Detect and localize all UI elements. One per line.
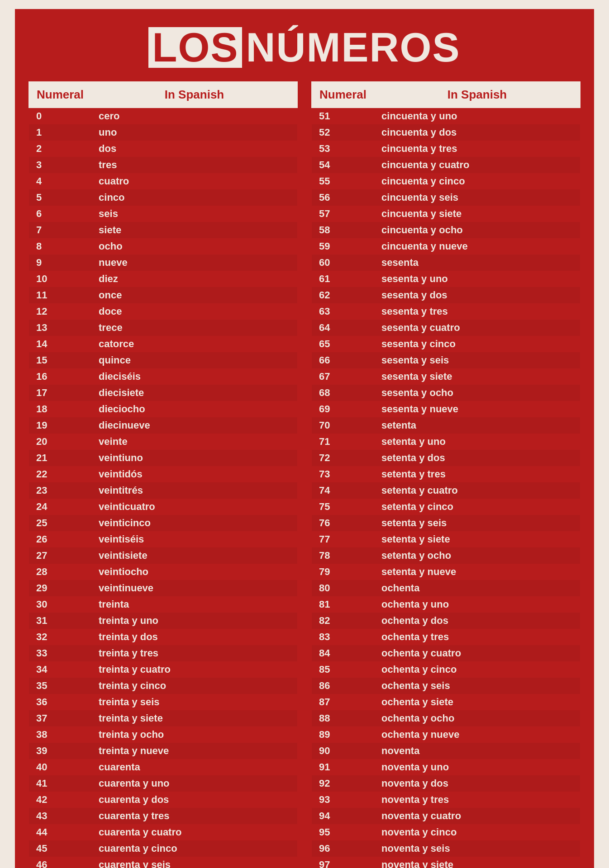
numeral-cell: 97 [312, 857, 374, 868]
title-numeros: NÚMEROS [246, 25, 460, 70]
numeral-cell: 44 [29, 824, 91, 840]
spanish-cell: setenta y ocho [374, 547, 580, 564]
spanish-cell: treinta [91, 596, 297, 613]
spanish-cell: cincuenta y dos [374, 124, 580, 141]
right-table-wrapper: Numeral In Spanish 51cincuenta y uno52ci… [311, 81, 580, 868]
table-row: 56cincuenta y seis [312, 189, 580, 206]
table-row: 31treinta y uno [29, 613, 297, 629]
spanish-cell: setenta y uno [374, 434, 580, 450]
numeral-cell: 67 [312, 368, 374, 385]
numeral-cell: 6 [29, 206, 91, 222]
spanish-cell: sesenta y cinco [374, 336, 580, 352]
right-table: Numeral In Spanish 51cincuenta y uno52ci… [311, 81, 580, 868]
table-row: 22veintidós [29, 466, 297, 482]
numeral-cell: 62 [312, 287, 374, 303]
table-row: 32treinta y dos [29, 629, 297, 645]
spanish-cell: noventa y siete [374, 857, 580, 868]
table-row: 83ochenta y tres [312, 629, 580, 645]
spanish-cell: noventa y cuatro [374, 808, 580, 824]
spanish-cell: veintiséis [91, 531, 297, 547]
page: LOSNÚMEROS Numeral In Spanish 0cero1uno2… [15, 9, 594, 868]
table-row: 74setenta y cuatro [312, 482, 580, 499]
table-row: 41cuarenta y uno [29, 775, 297, 792]
spanish-cell: setenta y siete [374, 531, 580, 547]
numeral-cell: 80 [312, 580, 374, 596]
table-row: 37treinta y siete [29, 710, 297, 726]
spanish-cell: setenta y cuatro [374, 482, 580, 499]
table-row: 58cincuenta y ocho [312, 222, 580, 238]
numeral-cell: 36 [29, 694, 91, 710]
numeral-cell: 10 [29, 271, 91, 287]
numeral-cell: 25 [29, 515, 91, 531]
table-row: 16dieciséis [29, 368, 297, 385]
numeral-cell: 61 [312, 271, 374, 287]
numeral-cell: 40 [29, 759, 91, 775]
spanish-cell: sesenta y nueve [374, 401, 580, 417]
spanish-cell: setenta y tres [374, 466, 580, 482]
spanish-cell: cincuenta y nueve [374, 238, 580, 255]
table-row: 44cuarenta y cuatro [29, 824, 297, 840]
numeral-cell: 56 [312, 189, 374, 206]
table-row: 39treinta y nueve [29, 743, 297, 759]
spanish-cell: treinta y siete [91, 710, 297, 726]
numeral-cell: 51 [312, 108, 374, 124]
table-row: 23veintitrés [29, 482, 297, 499]
spanish-cell: noventa y cinco [374, 824, 580, 840]
spanish-cell: treinta y uno [91, 613, 297, 629]
numeral-cell: 27 [29, 547, 91, 564]
spanish-cell: veinticuatro [91, 499, 297, 515]
spanish-cell: cuarenta y tres [91, 808, 297, 824]
spanish-cell: veintiuno [91, 450, 297, 466]
table-row: 97noventa y siete [312, 857, 580, 868]
spanish-cell: ocho [91, 238, 297, 255]
table-row: 33treinta y tres [29, 645, 297, 661]
table-row: 60sesenta [312, 255, 580, 271]
numeral-cell: 38 [29, 726, 91, 743]
spanish-cell: ochenta y dos [374, 613, 580, 629]
spanish-cell: cincuenta y cinco [374, 173, 580, 189]
table-row: 82ochenta y dos [312, 613, 580, 629]
numeral-cell: 31 [29, 613, 91, 629]
spanish-cell: cincuenta y ocho [374, 222, 580, 238]
table-row: 8ocho [29, 238, 297, 255]
table-row: 26veintiséis [29, 531, 297, 547]
table-row: 73setenta y tres [312, 466, 580, 482]
spanish-cell: setenta y nueve [374, 564, 580, 580]
spanish-cell: veintinueve [91, 580, 297, 596]
table-row: 15quince [29, 352, 297, 368]
numeral-cell: 2 [29, 141, 91, 157]
numeral-cell: 57 [312, 206, 374, 222]
numeral-cell: 26 [29, 531, 91, 547]
spanish-cell: sesenta y ocho [374, 385, 580, 401]
numeral-cell: 76 [312, 515, 374, 531]
table-row: 20veinte [29, 434, 297, 450]
spanish-cell: doce [91, 303, 297, 320]
table-row: 68sesenta y ocho [312, 385, 580, 401]
spanish-cell: cuatro [91, 173, 297, 189]
spanish-cell: cincuenta y cuatro [374, 157, 580, 173]
table-row: 51cincuenta y uno [312, 108, 580, 124]
table-row: 28veintiocho [29, 564, 297, 580]
table-row: 86ochenta y seis [312, 678, 580, 694]
spanish-cell: dos [91, 141, 297, 157]
table-row: 79setenta y nueve [312, 564, 580, 580]
numeral-cell: 0 [29, 108, 91, 124]
numeral-cell: 16 [29, 368, 91, 385]
numeral-cell: 87 [312, 694, 374, 710]
spanish-cell: cuarenta y dos [91, 792, 297, 808]
table-row: 24veinticuatro [29, 499, 297, 515]
table-row: 34treinta y cuatro [29, 661, 297, 678]
table-row: 78setenta y ocho [312, 547, 580, 564]
numeral-cell: 53 [312, 141, 374, 157]
numeral-cell: 11 [29, 287, 91, 303]
numeral-cell: 59 [312, 238, 374, 255]
left-col2-header: In Spanish [91, 82, 297, 108]
spanish-cell: once [91, 287, 297, 303]
spanish-cell: veinte [91, 434, 297, 450]
table-row: 29veintinueve [29, 580, 297, 596]
right-col1-header: Numeral [312, 82, 374, 108]
spanish-cell: ochenta y uno [374, 596, 580, 613]
table-row: 19diecinueve [29, 417, 297, 434]
numeral-cell: 17 [29, 385, 91, 401]
numeral-cell: 74 [312, 482, 374, 499]
